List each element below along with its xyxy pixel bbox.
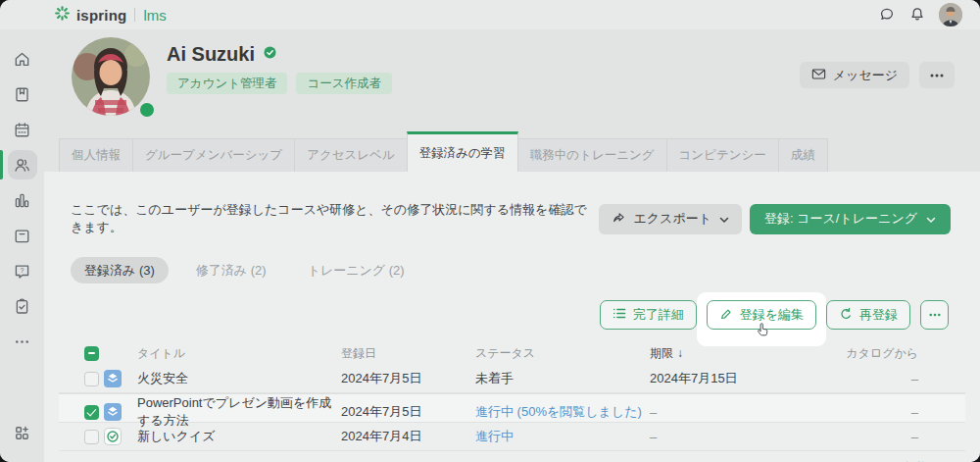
sidebar-item-more[interactable] [0,324,44,359]
filter-pill-0[interactable]: 登録済み (3) [71,257,169,283]
chat-icon[interactable] [878,6,896,24]
profile-more-button[interactable] [919,62,955,88]
course-icon [104,370,122,387]
export-icon [612,210,626,228]
sidebar-item-archive[interactable] [0,218,44,253]
topbar: ispring lms [0,0,980,29]
online-status-dot [138,101,156,119]
tabs: 個人情報グループメンバーシップアクセスレベル登録済みの学習職務中のトレーニングコ… [59,131,828,172]
help-icon: ? [8,256,37,285]
tab-1[interactable]: グループメンバーシップ [132,138,295,172]
tab-6[interactable]: 成績 [778,138,828,172]
status-text[interactable]: 進行中 (50%を閲覧しました) [475,403,650,421]
table-row[interactable]: 火災安全2024年7月5日未着手2024年7月15日– [59,365,965,393]
more-icon [8,327,37,356]
tab-2[interactable]: アクセスレベル [294,138,408,172]
catalog-value: – [813,430,965,444]
status-text: 未着手 [475,370,650,387]
export-button-label: エクスポート [634,210,712,228]
course-title[interactable]: 新しいクイズ [125,428,341,445]
column-date[interactable]: 登録日 [341,345,475,362]
table-row[interactable]: PowerPointでプレゼン動画を作成する方法2024年7月5日進行中 (50… [59,393,965,423]
sidebar-item-book[interactable] [0,77,44,112]
row-checkbox[interactable] [84,405,99,420]
export-button[interactable]: エクスポート [599,204,743,234]
sidebar-item-bar-chart[interactable] [0,182,44,218]
ispring-lms-logo[interactable]: ispring lms [54,5,167,26]
tab-content: ここでは、このユーザーが登録したコースや研修と、その修了状況に関する情報を確認で… [44,172,980,462]
enrollment-date: 2024年7月5日 [341,403,475,421]
pencil-icon [719,307,733,324]
column-catalog[interactable]: カタログから [813,345,965,362]
users-icon [8,150,37,180]
edit-enrollment-label: 登録を編集 [740,306,804,324]
enrollments-table: タイトル 登録日 ステータス 期限↓ カタログから 火災安全2024年7月5日未… [59,341,965,451]
main-area: Ai Suzuki アカウント管理者コース作成者 メッセージ [44,29,980,462]
apps-add-icon [13,423,32,446]
table-body: 火災安全2024年7月5日未着手2024年7月15日–PowerPointでプレ… [59,365,965,451]
column-title[interactable]: タイトル [125,345,341,362]
sidebar: ? [0,29,44,462]
row-checkbox[interactable] [84,430,99,444]
completion-details-button[interactable]: 完了詳細 [600,300,697,330]
calendar-icon [8,115,37,144]
archive-icon [8,221,37,250]
ispring-spark-icon [54,5,71,26]
bar-chart-icon [8,185,37,215]
redo-icon [839,307,853,324]
status-text[interactable]: 進行中 [475,428,650,445]
chevron-down-icon [719,212,729,227]
reenroll-label: 再登録 [859,306,898,324]
verified-badge-icon [263,45,277,64]
tab-3[interactable]: 登録済みの学習 [407,131,518,172]
sidebar-item-home[interactable] [0,41,44,77]
account-avatar[interactable] [939,3,962,26]
table-header: タイトル 登録日 ステータス 期限↓ カタログから [59,341,965,365]
select-all-checkbox[interactable] [84,346,99,361]
enroll-button[interactable]: 登録: コース/トレーニング [750,204,951,234]
column-deadline[interactable]: 期限↓ [650,345,813,362]
section-description: ここでは、このユーザーが登録したコースや研修と、その修了状況に関する情報を確認で… [71,201,599,236]
catalog-value: – [813,405,965,420]
tab-5[interactable]: コンピテンシー [666,138,779,172]
role-badge: コース作成者 [296,73,392,94]
completion-details-label: 完了詳細 [633,306,684,324]
row-checkbox[interactable] [84,372,99,386]
course-icon [104,403,122,421]
home-icon [8,44,37,74]
sidebar-item-calendar[interactable] [0,112,44,147]
sidebar-item-clipboard-check[interactable] [0,288,44,324]
enroll-button-label: 登録: コース/トレーニング [764,210,917,228]
reenroll-button[interactable]: 再登録 [826,300,910,330]
logo-text-primary: ispring [76,7,126,24]
sidebar-item-apps-add[interactable] [0,417,44,452]
course-title[interactable]: PowerPointでプレゼン動画を作成する方法 [125,394,341,430]
catalog-value: – [813,372,965,386]
course-title[interactable]: 火災安全 [125,370,341,387]
message-button-label: メッセージ [833,67,898,84]
filter-pill-1[interactable]: 修了済み (2) [182,257,280,283]
enrollment-date: 2024年7月4日 [341,428,475,445]
filter-pill-2[interactable]: トレーニング (2) [294,257,418,283]
tab-label: グループメンバーシップ [145,147,282,164]
user-avatar[interactable] [72,37,150,116]
envelope-icon [811,68,826,83]
sidebar-item-users[interactable] [0,147,44,182]
tab-4[interactable]: 職務中のトレーニング [517,138,667,172]
message-button[interactable]: メッセージ [800,62,909,88]
notifications-bell-icon[interactable] [908,6,926,24]
table-row[interactable]: 新しいクイズ2024年7月4日進行中–– [59,423,965,451]
sidebar-item-help[interactable]: ? [0,253,44,288]
table-more-button[interactable] [920,300,949,330]
tab-0[interactable]: 個人情報 [59,138,133,172]
deadline-value: – [650,430,813,444]
tab-label: 個人情報 [72,147,121,164]
tab-label: 成績 [791,147,815,164]
sidebar-items: ? [0,41,44,359]
app-window: ispring lms [0,0,980,462]
column-status[interactable]: ステータス [475,345,650,362]
tab-label: コンピテンシー [679,147,766,164]
list-icon [612,307,626,323]
sort-desc-icon: ↓ [677,346,683,360]
clipboard-check-icon [8,291,37,321]
